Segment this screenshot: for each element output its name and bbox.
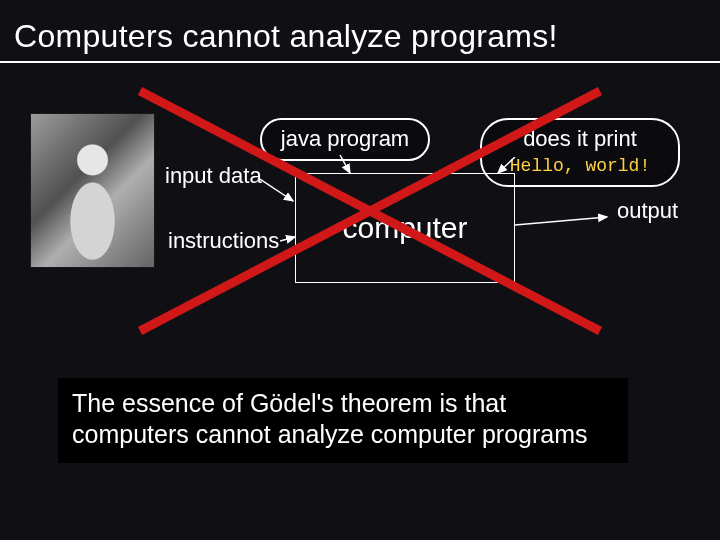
label-input-data: input data [165,163,262,189]
bubble-right-line2: Hello, world! [510,156,650,176]
computer-label: computer [342,211,467,245]
svg-line-3 [498,157,515,173]
computer-box: computer [295,173,515,283]
runner-photo [30,113,155,268]
arrow-java-to-computer [330,155,370,185]
svg-line-1 [260,179,293,201]
arrow-right-to-computer [490,157,530,182]
slide-title: Computers cannot analyze programs! [0,0,720,63]
diagram-stage: java program does it print Hello, world!… [0,63,720,503]
label-output: output [617,198,678,224]
arrow-instructions-to-computer [280,231,310,251]
arrow-inputdata-to-computer [260,171,310,211]
caption-text: The essence of Gödel's theorem is that c… [72,389,588,448]
svg-line-2 [280,237,295,241]
caption-box: The essence of Gödel's theorem is that c… [58,378,628,463]
svg-line-0 [340,155,350,173]
svg-line-4 [515,217,607,225]
arrow-computer-to-output [515,213,615,233]
label-instructions: instructions [168,228,279,254]
bubble-right-line1: does it print [523,126,637,151]
